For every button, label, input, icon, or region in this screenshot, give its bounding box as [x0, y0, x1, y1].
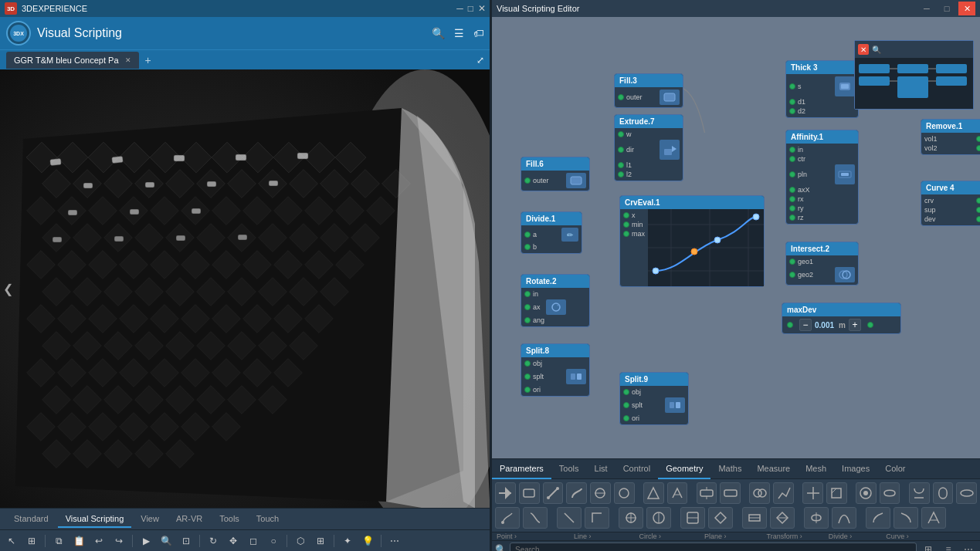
win-maximize[interactable]: □	[938, 2, 955, 15]
vs-icon-r2-8[interactable]	[708, 507, 733, 529]
tab-standard[interactable]: Standard	[6, 511, 56, 528]
win-close[interactable]: ✕	[958, 2, 975, 15]
menu-icon[interactable]: ☰	[454, 27, 464, 39]
node-intersect2[interactable]: Intersect.2 geo1 geo2	[785, 242, 859, 286]
nav-arrow-left[interactable]: ❮	[3, 282, 13, 296]
node-maxdev[interactable]: maxDev − 0.001 m +	[782, 303, 901, 334]
port-divide-b-dot[interactable]	[524, 244, 531, 250]
minimize-btn[interactable]: ─	[456, 3, 463, 14]
undo-icon[interactable]: ↩	[90, 532, 107, 549]
vs-icon-17[interactable]	[909, 482, 930, 504]
vs-icon-r2-4[interactable]	[585, 507, 609, 529]
vs-tab-control[interactable]: Control	[615, 459, 658, 479]
tab-view[interactable]: View	[133, 511, 167, 528]
node-split8[interactable]: Split.8 obj splt ori	[521, 343, 590, 397]
bookmark-icon[interactable]: 🏷	[473, 27, 484, 39]
node-affinity1[interactable]: Affinity.1 in ctr pln	[785, 130, 859, 225]
box-icon[interactable]: ◻	[245, 532, 262, 549]
vs-icon-15[interactable]	[856, 482, 877, 504]
vs-icon-13[interactable]	[802, 482, 823, 504]
vs-tab-tools[interactable]: Tools	[551, 459, 587, 479]
node-divide1[interactable]: Divide.1 a ✏ b	[521, 211, 582, 254]
port-extrude-w[interactable]	[618, 131, 624, 137]
port-int-geo1-dot[interactable]	[789, 259, 795, 265]
vs-icon-r2-3[interactable]	[557, 507, 582, 529]
main-tab[interactable]: GGR T&M bleu Concept Pa ✕	[6, 52, 139, 69]
vs-icon-r2-10[interactable]	[770, 507, 795, 529]
vs-icon-4[interactable]	[566, 482, 587, 504]
port-aff-rx-dot[interactable]	[789, 196, 795, 202]
port-split8-ori-dot[interactable]	[524, 387, 531, 393]
vs-icon-r2-11[interactable]	[804, 507, 829, 529]
vs-icon-6[interactable]	[614, 482, 635, 504]
node-remove1[interactable]: Remove.1 vol1 vol2	[921, 119, 980, 155]
port-rotate-ax-dot[interactable]	[524, 304, 531, 310]
paste-icon[interactable]: 📋	[70, 532, 87, 549]
node-rotate2[interactable]: Rotate.2 in ax ang	[521, 274, 590, 327]
vs-icon-r2-2[interactable]	[523, 507, 548, 529]
node-split9[interactable]: Split.9 obj splt ori	[619, 372, 689, 425]
tab-touch[interactable]: Touch	[249, 511, 287, 528]
vs-icon-7[interactable]	[643, 482, 664, 504]
port-crv-x-dot[interactable]	[623, 212, 629, 218]
maximize-btn[interactable]: □	[468, 3, 473, 14]
port-extrude-l1[interactable]	[618, 162, 624, 168]
port-extrude-l2[interactable]	[618, 171, 624, 177]
preview-zoom-icon[interactable]: 🔍	[872, 46, 881, 54]
vs-icon-8[interactable]	[667, 482, 688, 504]
vs-tab-list[interactable]: List	[587, 459, 615, 479]
close-preview-btn[interactable]: ✕	[858, 44, 869, 55]
vs-icon-r2-7[interactable]	[680, 507, 705, 529]
port-thick-d2-dot[interactable]	[789, 108, 795, 114]
grid-icon[interactable]: ⊞	[312, 532, 329, 549]
vs-tab-parameters[interactable]: Parameters	[492, 459, 551, 479]
vs-icon-10[interactable]	[720, 482, 741, 504]
light-icon[interactable]: 💡	[359, 532, 376, 549]
maxdev-plus-btn[interactable]: +	[849, 319, 861, 331]
vs-tab-geometry[interactable]: Geometry	[658, 459, 710, 479]
redo-icon[interactable]: ↪	[110, 532, 127, 549]
tab-visual-scripting[interactable]: Visual Scripting	[58, 511, 132, 528]
port-split8-splt-dot[interactable]	[524, 374, 531, 380]
port-split9-obj-dot[interactable]	[623, 389, 629, 395]
vs-icon-5[interactable]	[590, 482, 611, 504]
vs-icon-11[interactable]	[749, 482, 770, 504]
port-extrude-dir[interactable]	[618, 147, 624, 153]
search-icon[interactable]: 🔍	[432, 27, 445, 39]
vs-tab-color[interactable]: Color	[877, 459, 913, 479]
more-icon[interactable]: ⋯	[386, 532, 403, 549]
tab-expand-btn[interactable]: ⤢	[476, 55, 484, 66]
node-curve4[interactable]: Curve 4 crv sup dev	[921, 181, 980, 226]
port-rotate-ang-dot[interactable]	[524, 317, 531, 323]
vs-icon-16[interactable]	[880, 482, 900, 504]
port-thick-d1-dot[interactable]	[789, 99, 795, 105]
vs-icon-r2-12[interactable]	[832, 507, 856, 529]
fit-icon[interactable]: ⊡	[178, 532, 195, 549]
port-rem-vol1-dot[interactable]	[976, 136, 980, 142]
vs-icon-14[interactable]	[826, 482, 847, 504]
vs-search-input[interactable]	[510, 543, 917, 551]
vs-list-icon[interactable]: ≡	[940, 541, 957, 551]
vs-icon-9[interactable]	[697, 482, 717, 504]
port-crv4-sup-dot[interactable]	[976, 207, 980, 213]
node-crveval1[interactable]: CrvEval.1 x min max	[619, 195, 765, 287]
vs-icon-3[interactable]	[543, 482, 564, 504]
run-icon[interactable]: ▶	[137, 532, 154, 549]
port-crv-max-dot[interactable]	[623, 231, 629, 237]
port-crv4-crv-dot[interactable]	[976, 198, 980, 204]
rotate-icon[interactable]: ↻	[205, 532, 222, 549]
port-split8-obj-dot[interactable]	[524, 360, 531, 367]
port-int-geo2-dot[interactable]	[789, 272, 795, 278]
vs-icon-r2-5[interactable]	[619, 507, 643, 529]
vs-icon-18[interactable]	[933, 482, 954, 504]
tab-ar-vr[interactable]: AR-VR	[168, 511, 210, 528]
port-fill6-outer-dot[interactable]	[524, 177, 531, 184]
vs-grid-icon[interactable]: ⊞	[920, 541, 937, 551]
node-extrude7[interactable]: Extrude.7 w dir l1	[614, 114, 683, 181]
vs-canvas[interactable]: Fill.3 outer Extrude.7 w	[492, 17, 980, 458]
win-minimize[interactable]: ─	[918, 2, 935, 15]
port-aff-ry-dot[interactable]	[789, 205, 795, 211]
vs-icon-r2-14[interactable]	[894, 507, 918, 529]
close-btn[interactable]: ✕	[478, 3, 486, 14]
vs-more-icon[interactable]: ⋯	[960, 541, 977, 551]
